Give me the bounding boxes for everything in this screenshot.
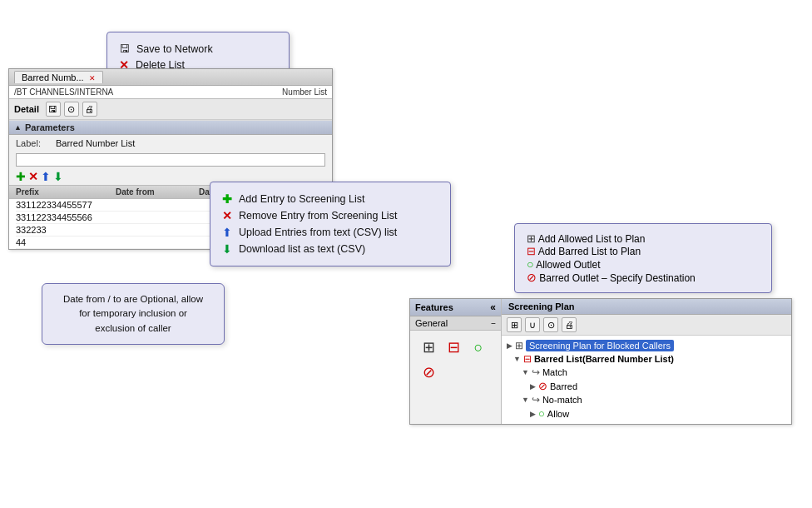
menu-item-add-allowed[interactable]: ⊞ Add Allowed List to Plan [527, 232, 760, 245]
tree-icon-root: ⊞ [515, 340, 523, 351]
upload-btn[interactable]: ⬆ [41, 171, 51, 182]
menu-item-add-barred[interactable]: ⊟ Add Barred List to Plan [527, 245, 760, 257]
right-panel: Detail Features « General − ⊞ ⊟ ○ ⊘ [409, 298, 792, 425]
right-panel-body: Features « General − ⊞ ⊟ ○ ⊘ [410, 299, 791, 424]
date-balloon: Date from / to are Optional, allowfor te… [42, 283, 225, 345]
allowed-outlet-icon: ○ [527, 257, 533, 271]
tree-arrow-barred: ▶ [530, 382, 536, 391]
features-col: Features « General − ⊞ ⊟ ○ ⊘ [410, 299, 502, 424]
context-menu-2: ✚ Add Entry to Screening List ✕ Remove E… [210, 182, 451, 266]
tree-arrow-root: ▶ [507, 341, 512, 350]
tb-icon-2: ⊙ [67, 104, 75, 115]
tree-icon-barred: ⊘ [538, 380, 547, 392]
general-section: General − [410, 316, 501, 331]
tree-icon-nomatch: ↪ [532, 394, 540, 406]
remove-entry-icon: ✕ [222, 209, 232, 222]
tree-node-barred[interactable]: ▶ ⊘ Barred [530, 379, 786, 393]
toolbar-btn-1[interactable]: 🖫 [46, 102, 61, 117]
tree-arrow-match: ▼ [522, 368, 529, 376]
screening-tb-1[interactable]: ⊞ [507, 317, 522, 332]
add-entry-icon: ✚ [222, 192, 232, 206]
features-collapse-btn[interactable]: « [490, 301, 496, 313]
add-entry-btn[interactable]: ✚ [16, 171, 26, 182]
save-icon: 🖫 [119, 42, 130, 55]
features-header: Features « [410, 299, 501, 316]
allow-label: Allow [547, 409, 569, 419]
tree-arrow-barred-list: ▼ [513, 355, 521, 363]
barred-label: Barred [550, 381, 577, 391]
download-btn[interactable]: ⬇ [53, 171, 63, 182]
match-label: Match [542, 367, 567, 377]
upload-icon: ⬆ [222, 226, 232, 239]
tree-icon-match: ↪ [532, 366, 540, 378]
parameters-arrow: ▲ [14, 123, 22, 132]
feat-row-1: ⊞ ⊟ ○ [418, 337, 493, 357]
breadcrumb-bar: /BT CHANNELS/INTERNA Number List [9, 86, 332, 99]
menu-item-add-entry[interactable]: ✚ Add Entry to Screening List [222, 191, 438, 207]
add-allowed-icon: ⊞ [527, 232, 536, 245]
tb-icon-1: 🖫 [48, 104, 57, 114]
tree-node-root[interactable]: ▶ ⊞ Screening Plan for Blocked Callers [507, 339, 786, 352]
tree-arrow-allow: ▶ [530, 410, 536, 418]
tb-icon-3: 🖨 [85, 104, 94, 114]
tree-node-nomatch[interactable]: ▼ ↪ No-match [522, 393, 786, 406]
screening-tb-4[interactable]: 🖨 [562, 317, 577, 332]
barred-list-label: Barred List(Barred Number List) [534, 354, 674, 364]
detail-label: Detail [14, 104, 39, 114]
screening-plan-label: Screening Plan for Blocked Callers [526, 340, 674, 351]
menu-item-barred-outlet[interactable]: ⊘ Barred Outlet – Specify Destination [527, 271, 760, 284]
add-barred-icon: ⊟ [527, 245, 536, 257]
tree-node-barred-list[interactable]: ▼ ⊟ Barred List(Barred Number List) [513, 352, 786, 366]
panel-titlebar: Barred Numb... ✕ [9, 69, 332, 86]
screening-header: Screening Plan [502, 299, 791, 315]
tree-node-allow[interactable]: ▶ ○ Allow [530, 406, 786, 421]
screening-col: Screening Plan ⊞ ∪ ⊙ 🖨 ▶ ⊞ Screening Pla… [502, 299, 791, 424]
panel-tab-barred[interactable]: Barred Numb... ✕ [14, 71, 103, 83]
screening-tb-2[interactable]: ∪ [525, 317, 540, 332]
tree-arrow-nomatch: ▼ [522, 396, 529, 404]
feat-icon-grid[interactable]: ⊞ [418, 337, 438, 357]
barred-outlet-icon: ⊘ [527, 271, 537, 284]
screening-toolbar: ⊞ ∪ ⊙ 🖨 [502, 315, 791, 336]
download-icon: ⬇ [222, 242, 232, 256]
menu-item-upload[interactable]: ⬆ Upload Entries from text (CSV) list [222, 224, 438, 241]
screening-tb-3[interactable]: ⊙ [543, 317, 558, 332]
close-icon[interactable]: ✕ [89, 74, 96, 82]
parameters-header: ▲ Parameters [9, 120, 332, 135]
menu-item-save[interactable]: 🖫 Save to Network [119, 41, 277, 57]
toolbar-btn-3[interactable]: 🖨 [82, 102, 97, 117]
prefix-input[interactable] [16, 153, 325, 167]
label-row: Label: Barred Number List [9, 135, 332, 152]
menu-item-allowed-outlet[interactable]: ○ Allowed Outlet [527, 257, 760, 271]
menu-item-remove-entry[interactable]: ✕ Remove Entry from Screening List [222, 207, 438, 224]
general-collapse-btn[interactable]: − [491, 319, 496, 328]
feat-icon-circle[interactable]: ○ [468, 337, 488, 357]
nomatch-label: No-match [542, 395, 582, 405]
tree-icon-barred-list: ⊟ [523, 353, 532, 365]
feat-row-2: ⊘ [418, 362, 493, 382]
context-menu-3: ⊞ Add Allowed List to Plan ⊟ Add Barred … [514, 223, 772, 293]
feat-icon-grid2[interactable]: ⊟ [443, 337, 463, 357]
menu-item-download[interactable]: ⬇ Download list as text (CSV) [222, 241, 438, 257]
remove-entry-btn[interactable]: ✕ [28, 171, 38, 182]
tree-icon-allow: ○ [538, 407, 545, 420]
detail-toolbar: Detail 🖫 ⊙ 🖨 [9, 99, 332, 120]
tree-node-match[interactable]: ▼ ↪ Match [522, 366, 786, 379]
feat-icon-no[interactable]: ⊘ [418, 362, 438, 382]
toolbar-btn-2[interactable]: ⊙ [64, 102, 79, 117]
feature-icons: ⊞ ⊟ ○ ⊘ [410, 331, 501, 389]
tree-area: ▶ ⊞ Screening Plan for Blocked Callers ▼… [502, 336, 791, 424]
